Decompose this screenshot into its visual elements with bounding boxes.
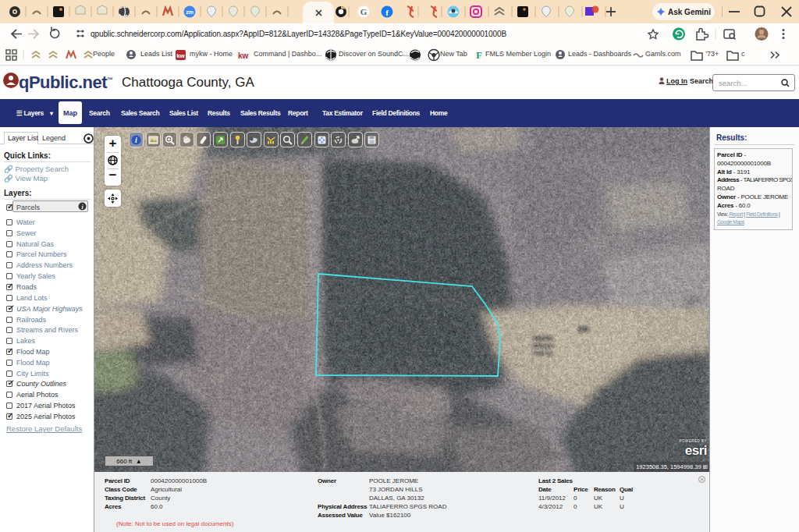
svg-text:f: f <box>385 8 389 17</box>
svg-text:G: G <box>360 7 368 16</box>
svg-text:i: i <box>135 136 137 144</box>
svg-text:F: F <box>476 49 482 61</box>
svg-text:zm: zm <box>186 9 194 15</box>
svg-text:kw: kw <box>238 51 249 60</box>
svg-text:kw: kw <box>176 52 185 59</box>
